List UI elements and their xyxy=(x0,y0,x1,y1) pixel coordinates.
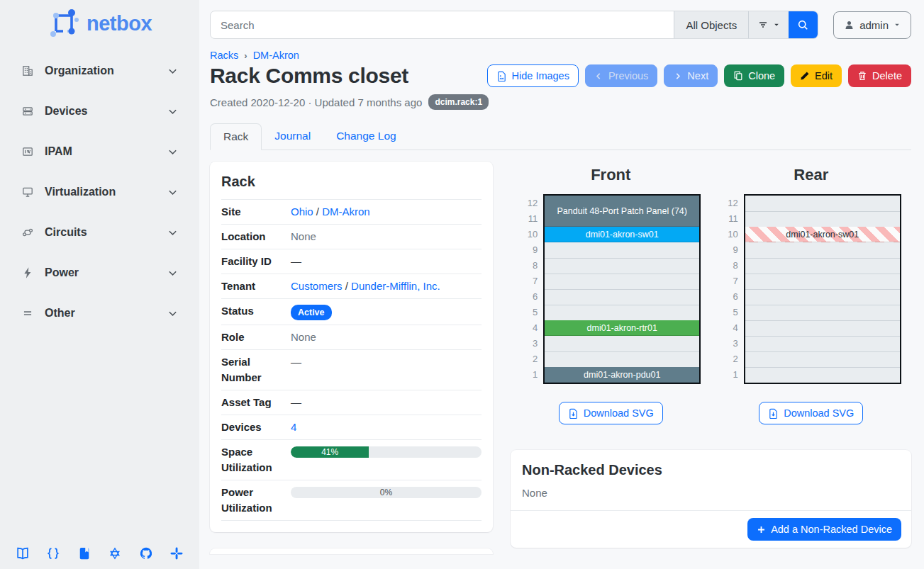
journal-icon[interactable] xyxy=(77,546,91,560)
sidebar-item-label: Devices xyxy=(45,105,88,118)
tenant-link[interactable]: Dunder-Mifflin, Inc. xyxy=(351,280,440,292)
unit-number: 11 xyxy=(521,211,538,227)
meta-row: Created 2020-12-20 · Updated 7 months ag… xyxy=(210,94,911,110)
non-racked-devices-body: None xyxy=(511,485,911,510)
user-icon xyxy=(844,20,855,30)
chevron-down-icon xyxy=(167,147,178,157)
tenant-group-link[interactable]: Customers xyxy=(291,280,343,292)
download-svg-button[interactable]: Download SVG xyxy=(759,402,863,424)
breadcrumb-link-racks[interactable]: Racks xyxy=(210,50,238,61)
table-row-asset-tag: Asset Tag — xyxy=(221,390,482,415)
rack-unit-empty xyxy=(545,351,699,367)
page-title: Rack Comms closet xyxy=(210,64,408,88)
sidebar-item-ipam[interactable]: IPAM xyxy=(0,137,199,166)
devices-count-link[interactable]: 4 xyxy=(291,421,296,433)
docs-book-icon[interactable] xyxy=(16,546,30,560)
chevron-down-icon xyxy=(167,268,178,278)
caret-down-icon xyxy=(773,21,780,28)
left-column: Rack Site Ohio / DM-Akron Location None xyxy=(210,162,493,554)
search-button[interactable] xyxy=(789,11,818,38)
tab-change-log[interactable]: Change Log xyxy=(323,123,408,150)
chevron-left-icon xyxy=(594,72,603,81)
sidebar-item-other[interactable]: Other xyxy=(0,299,199,327)
elevation-title: Rear xyxy=(794,166,828,184)
table-row-facility-id: Facility ID — xyxy=(221,249,482,274)
sidebar-item-virtualization[interactable]: Virtualization xyxy=(0,178,199,206)
search-filter-button[interactable] xyxy=(748,11,789,38)
chevron-down-icon xyxy=(167,227,178,238)
rack-unit-empty xyxy=(545,242,699,258)
image-file-icon xyxy=(496,71,507,81)
rack-unit-empty xyxy=(745,320,900,336)
delete-button[interactable]: Delete xyxy=(848,64,911,87)
download-svg-button[interactable]: Download SVG xyxy=(559,402,663,424)
sidebar-item-label: Organization xyxy=(45,64,114,77)
sidebar-item-organization[interactable]: Organization xyxy=(0,57,199,85)
rack-device[interactable]: dmi01-akron-rtr01 xyxy=(545,320,699,336)
table-row-serial-number: Serial Number — xyxy=(221,350,482,390)
caret-down-icon xyxy=(894,21,901,28)
unit-number: 3 xyxy=(521,336,538,351)
site-link[interactable]: DM-Akron xyxy=(322,205,370,218)
role-value: None xyxy=(291,329,482,345)
hide-images-button[interactable]: Hide Images xyxy=(487,64,579,87)
sidebar-item-label: IPAM xyxy=(45,145,72,158)
sidebar-footer xyxy=(0,546,199,560)
rack-unit-empty xyxy=(745,258,900,274)
unit-number: 8 xyxy=(721,258,738,274)
rack-unit-empty xyxy=(745,367,900,383)
tab-rack[interactable]: Rack xyxy=(210,123,262,150)
chevron-right-icon xyxy=(673,72,682,81)
rack-elevation-box-rear: dmi01-akron-sw01 xyxy=(744,194,901,384)
breadcrumb-link-site[interactable]: DM-Akron xyxy=(253,50,299,61)
site-region-link[interactable]: Ohio xyxy=(291,205,313,218)
previous-button[interactable]: Previous xyxy=(585,64,657,87)
app-root: netbox OrganizationDevicesIPAMVirtualiza… xyxy=(0,0,924,569)
sidebar-item-label: Power xyxy=(45,266,79,279)
unit-number: 2 xyxy=(521,351,538,367)
search-input[interactable] xyxy=(211,11,674,38)
netbox-logo-icon xyxy=(48,9,80,38)
rack-unit-empty xyxy=(745,196,900,211)
object-type-button[interactable]: All Objects xyxy=(674,11,748,38)
devices-icon xyxy=(21,105,35,118)
sidebar-item-circuits[interactable]: Circuits xyxy=(0,218,199,247)
rack-device[interactable]: dmi01-akron-sw01 xyxy=(745,227,900,242)
sidebar-item-devices[interactable]: Devices xyxy=(0,97,199,125)
rack-device[interactable]: Panduit 48-Port Patch Panel (74) xyxy=(545,196,699,227)
other-icon xyxy=(21,307,35,320)
next-button[interactable]: Next xyxy=(664,64,718,87)
add-non-racked-device-button[interactable]: Add a Non-Racked Device xyxy=(747,518,901,541)
status-badge: Active xyxy=(291,305,332,320)
table-row-power-utilization: Power Utilization 0% xyxy=(221,480,482,521)
rack-unit-empty xyxy=(745,211,900,227)
unit-number: 11 xyxy=(721,211,738,227)
sidebar-menu: OrganizationDevicesIPAMVirtualizationCir… xyxy=(0,45,199,327)
rack-unit-empty xyxy=(545,336,699,351)
rack-device[interactable]: dmi01-akron-pdu01 xyxy=(545,367,699,383)
clone-button[interactable]: Clone xyxy=(724,64,784,87)
table-row-role: Role None xyxy=(221,325,482,350)
space-utilization-bar-fill: 41% xyxy=(291,446,369,458)
created-updated-text: Created 2020-12-20 · Updated 7 months ag… xyxy=(210,96,422,108)
chevron-down-icon xyxy=(167,187,178,198)
unit-number: 4 xyxy=(521,320,538,336)
api-braces-icon[interactable] xyxy=(46,546,60,560)
right-column: Front121110987654321Panduit 48-Port Patc… xyxy=(511,162,911,554)
netbox-logo[interactable]: netbox xyxy=(0,0,199,45)
next-card-partial xyxy=(210,548,493,554)
unit-number: 10 xyxy=(521,227,538,242)
slack-icon[interactable] xyxy=(169,546,184,560)
breadcrumb-chevron-icon: › xyxy=(244,50,247,61)
rack-device[interactable]: dmi01-akron-sw01 xyxy=(545,227,699,242)
community-icon[interactable] xyxy=(108,546,122,560)
edit-button[interactable]: Edit xyxy=(791,64,842,87)
sidebar-item-power[interactable]: Power xyxy=(0,259,199,287)
user-name: admin xyxy=(859,19,889,31)
tab-journal[interactable]: Journal xyxy=(262,123,323,150)
sidebar-item-label: Virtualization xyxy=(45,186,116,198)
rack-attributes-table: Site Ohio / DM-Akron Location None Facil… xyxy=(221,199,482,521)
github-icon[interactable] xyxy=(139,546,153,560)
table-row-location: Location None xyxy=(221,225,482,249)
user-menu-button[interactable]: admin xyxy=(833,11,911,39)
